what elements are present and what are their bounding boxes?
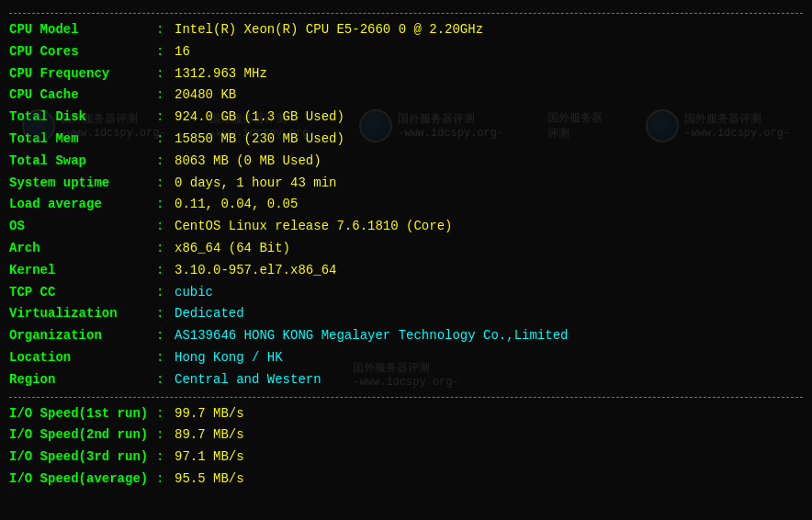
row-value: 15850 MB (230 MB Used) [175,129,344,151]
row-colon: : [156,238,171,260]
row-label: Kernel [9,260,156,282]
row-value: 3.10.0-957.el7.x86_64 [175,260,336,282]
row-label: System uptime [9,173,156,195]
row-value: x86_64 (64 Bit) [175,238,290,260]
row-colon: : [156,447,171,469]
row-label: CPU Cache [9,85,156,107]
row-label: Total Disk [9,107,156,129]
row-colon: : [156,424,171,447]
row-colon: : [156,41,171,63]
table-row: System uptime : 0 days, 1 hour 43 min [9,173,803,195]
row-label: I/O Speed(average) [9,469,156,491]
row-colon: : [156,347,171,369]
table-row: I/O Speed(2nd run) : 89.7 MB/s [9,424,803,447]
row-colon: : [156,19,171,41]
row-label: Organization [9,325,156,347]
table-row: Region : Central and Western [9,369,803,391]
row-label: Arch [9,238,156,260]
row-value: 924.0 GB (1.3 GB Used) [175,107,344,129]
io-info-section: I/O Speed(1st run) : 99.7 MB/sI/O Speed(… [9,403,803,491]
row-label: CPU Model [9,19,156,41]
row-value: Central and Western [175,369,321,391]
row-colon: : [156,216,171,238]
row-label: Load average [9,194,156,216]
row-label: Virtualization [9,303,156,325]
table-row: Total Swap : 8063 MB (0 MB Used) [9,151,803,173]
row-value: 20480 KB [175,85,236,107]
table-row: OS : CentOS Linux release 7.6.1810 (Core… [9,216,803,238]
row-label: Total Swap [9,151,156,173]
row-colon: : [156,151,171,173]
table-row: CPU Frequency : 1312.963 MHz [9,63,803,85]
table-row: Location : Hong Kong / HK [9,347,803,369]
table-row: Arch : x86_64 (64 Bit) [9,238,803,260]
row-value: 95.5 MB/s [175,469,244,491]
row-value: 1312.963 MHz [175,63,267,85]
row-colon: : [156,469,171,491]
table-row: Virtualization : Dedicated [9,303,803,325]
table-row: CPU Cache : 20480 KB [9,85,803,107]
row-colon: : [156,282,171,304]
table-row: Organization : AS139646 HONG KONG Megala… [9,325,803,347]
row-colon: : [156,403,171,425]
row-label: OS [9,216,156,238]
row-label: Location [9,347,156,369]
system-info-section: CPU Model : Intel(R) Xeon(R) CPU E5-2660… [9,19,803,391]
row-label: I/O Speed(2nd run) [9,424,156,447]
row-value: Dedicated [175,303,244,325]
row-label: TCP CC [9,282,156,304]
row-label: CPU Cores [9,41,156,63]
middle-divider [9,397,803,398]
row-value: 89.7 MB/s [175,424,244,447]
row-value: 16 [175,41,190,63]
row-label: Total Mem [9,129,156,151]
row-value: Intel(R) Xeon(R) CPU E5-2660 0 @ 2.20GHz [175,19,483,41]
table-row: Kernel : 3.10.0-957.el7.x86_64 [9,260,803,282]
row-colon: : [156,129,171,151]
row-colon: : [156,63,171,85]
row-value: 97.1 MB/s [175,447,244,469]
table-row: CPU Cores : 16 [9,41,803,63]
table-row: CPU Model : Intel(R) Xeon(R) CPU E5-2660… [9,19,803,41]
table-row: I/O Speed(average) : 95.5 MB/s [9,469,803,491]
row-colon: : [156,303,171,325]
row-colon: : [156,369,171,391]
row-value: 99.7 MB/s [175,403,244,425]
row-value: cubic [175,282,213,304]
row-value: 8063 MB (0 MB Used) [175,151,321,173]
table-row: Load average : 0.11, 0.04, 0.05 [9,194,803,216]
row-value: CentOS Linux release 7.6.1810 (Core) [175,216,452,238]
row-value: 0.11, 0.04, 0.05 [175,194,298,216]
row-label: I/O Speed(1st run) [9,403,156,425]
row-label: Region [9,369,156,391]
row-colon: : [156,194,171,216]
top-divider [9,13,803,14]
row-label: I/O Speed(3rd run) [9,447,156,469]
row-colon: : [156,173,171,195]
row-value: 0 days, 1 hour 43 min [175,173,336,195]
table-row: Total Disk : 924.0 GB (1.3 GB Used) [9,107,803,129]
row-value: Hong Kong / HK [175,347,283,369]
row-label: CPU Frequency [9,63,156,85]
row-value: AS139646 HONG KONG Megalayer Technology … [175,325,568,347]
row-colon: : [156,85,171,107]
main-container: 国外服务器评测-www.idcspy.org- 国外服务器评测-www.idcs… [0,0,812,498]
row-colon: : [156,325,171,347]
table-row: I/O Speed(3rd run) : 97.1 MB/s [9,447,803,469]
table-row: Total Mem : 15850 MB (230 MB Used) [9,129,803,151]
table-row: I/O Speed(1st run) : 99.7 MB/s [9,403,803,425]
row-colon: : [156,260,171,282]
row-colon: : [156,107,171,129]
table-row: TCP CC : cubic [9,282,803,304]
